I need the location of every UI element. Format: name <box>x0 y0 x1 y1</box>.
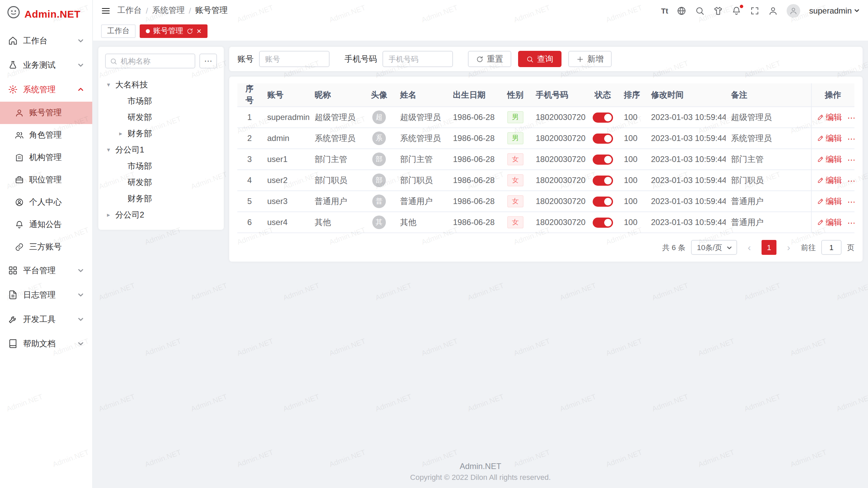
tab-account-management[interactable]: 账号管理 × <box>140 24 208 38</box>
topbar-actions: Tt superadmin <box>661 4 860 17</box>
user-avatar[interactable] <box>787 4 801 17</box>
tree-node-dept[interactable]: 市场部 <box>105 93 217 109</box>
notification-bell-icon[interactable] <box>732 6 742 15</box>
tree-node-company[interactable]: ▸分公司2 <box>105 207 217 223</box>
caret-down-icon[interactable]: ▾ <box>105 81 112 88</box>
add-button[interactable]: 新增 <box>568 51 612 67</box>
logo[interactable]: Admin.NET <box>0 0 92 27</box>
cell-avatar: 部 <box>363 170 395 191</box>
edit-button[interactable]: 编辑 <box>817 154 842 165</box>
edit-button[interactable]: 编辑 <box>817 133 842 144</box>
sidebar-item-personal-center[interactable]: 个人中心 <box>0 191 92 214</box>
goto-page-input[interactable] <box>821 240 842 255</box>
sidebar-item-help-docs[interactable]: 帮助文档 <box>0 331 92 356</box>
tree-node-dept[interactable]: 研发部 <box>105 109 217 125</box>
tree-node-company[interactable]: ▾分公司1 <box>105 142 217 158</box>
phone-filter-input[interactable] <box>382 51 453 67</box>
breadcrumb-item[interactable]: 系统管理 <box>152 5 185 16</box>
hamburger-menu-icon[interactable] <box>101 6 111 15</box>
tags-bar: 工作台 账号管理 × <box>93 21 868 41</box>
avatar: 部 <box>372 174 386 187</box>
status-toggle[interactable] <box>593 133 613 143</box>
gender-tag: 女 <box>507 153 524 165</box>
gear-icon <box>8 85 18 94</box>
sidebar-item-log-management[interactable]: 日志管理 <box>0 283 92 307</box>
account-filter-input[interactable] <box>259 51 330 67</box>
sidebar-item-account-management[interactable]: 账号管理 <box>0 102 92 124</box>
cell-name: 其他 <box>395 212 448 233</box>
close-icon[interactable]: × <box>197 27 201 35</box>
edit-button[interactable]: 编辑 <box>817 175 842 186</box>
sidebar-item-position-management[interactable]: 职位管理 <box>0 169 92 191</box>
status-toggle[interactable] <box>593 112 613 122</box>
cell-no: 1 <box>237 107 262 128</box>
pencil-icon <box>817 135 824 142</box>
search-icon[interactable] <box>695 6 705 15</box>
edit-button[interactable]: 编辑 <box>817 111 842 123</box>
tab-workbench[interactable]: 工作台 <box>101 24 136 38</box>
status-toggle[interactable] <box>593 196 613 206</box>
page-size-select[interactable]: 10条/页 <box>691 240 737 255</box>
tree-node-company[interactable]: ▾大名科技 <box>105 77 217 93</box>
globe-icon[interactable] <box>677 6 687 15</box>
gender-tag: 女 <box>507 216 524 228</box>
theme-icon[interactable] <box>714 6 723 15</box>
org-more-button[interactable]: ⋯ <box>199 54 217 68</box>
sidebar-item-third-party-account[interactable]: 三方账号 <box>0 236 92 258</box>
status-toggle[interactable] <box>593 175 613 185</box>
caret-right-icon[interactable]: ▸ <box>117 130 124 137</box>
sidebar-item-org-management[interactable]: 机构管理 <box>0 146 92 169</box>
sidebar-item-notice[interactable]: 通知公告 <box>0 214 92 236</box>
prev-page-button[interactable]: ‹ <box>743 240 756 255</box>
page-number-button[interactable]: 1 <box>762 240 776 255</box>
caret-right-icon[interactable]: ▸ <box>105 211 112 218</box>
row-more-button[interactable]: ⋯ <box>847 197 854 207</box>
cell-status <box>587 149 618 170</box>
sidebar-item-platform-management[interactable]: 平台管理 <box>0 258 92 283</box>
cell-status <box>587 212 618 233</box>
fullscreen-icon[interactable] <box>750 6 760 15</box>
caret-down-icon[interactable]: ▾ <box>105 146 112 153</box>
col-header-avatar: 头像 <box>363 83 395 107</box>
row-more-button[interactable]: ⋯ <box>847 155 854 165</box>
sidebar-item-role-management[interactable]: 角色管理 <box>0 124 92 146</box>
row-more-button[interactable]: ⋯ <box>847 113 854 123</box>
goto-label: 前往 <box>801 242 816 252</box>
sidebar-item-business-test[interactable]: 业务测试 <box>0 53 92 77</box>
tree-node-dept[interactable]: 研发部 <box>105 174 217 190</box>
next-page-button[interactable]: › <box>782 240 795 255</box>
edit-button[interactable]: 编辑 <box>817 196 842 207</box>
reset-button[interactable]: 重置 <box>468 51 511 67</box>
row-more-button[interactable]: ⋯ <box>847 134 854 144</box>
cell-nickname: 部门主管 <box>309 149 363 170</box>
row-more-button[interactable]: ⋯ <box>847 176 854 186</box>
tree-node-dept[interactable]: 财务部 <box>105 190 217 207</box>
org-search-input[interactable] <box>121 57 191 65</box>
account-filter-label: 账号 <box>237 53 254 65</box>
user-icon[interactable] <box>769 6 778 15</box>
org-search-field[interactable] <box>105 54 195 68</box>
edit-button[interactable]: 编辑 <box>817 217 842 228</box>
refresh-icon[interactable] <box>186 27 193 34</box>
cell-modify-time: 2023-01-03 10:59:44 <box>646 128 726 149</box>
cell-avatar: 系 <box>363 128 395 149</box>
sidebar-item-workbench[interactable]: 工作台 <box>0 28 92 53</box>
row-more-button[interactable]: ⋯ <box>847 218 854 228</box>
query-button[interactable]: 查询 <box>518 51 561 67</box>
username-menu[interactable]: superadmin <box>809 6 860 15</box>
user-icon <box>15 108 24 117</box>
cell-status <box>587 170 618 191</box>
cell-birthday: 1986-06-28 <box>448 107 500 128</box>
tree-node-dept[interactable]: 市场部 <box>105 158 217 174</box>
breadcrumb-item[interactable]: 工作台 <box>117 5 142 16</box>
cell-modify-time: 2023-01-03 10:59:44 <box>646 212 726 233</box>
sidebar-item-dev-tools[interactable]: 开发工具 <box>0 307 92 331</box>
cell-actions: 编辑⋯ <box>811 212 854 233</box>
status-toggle[interactable] <box>593 217 613 227</box>
sidebar-item-system-management[interactable]: 系统管理 <box>0 77 92 102</box>
breadcrumb: 工作台 / 系统管理 / 账号管理 <box>117 5 228 16</box>
table-row: 2 admin 系统管理员 系 系统管理员 1986-06-28 男 18020… <box>237 128 854 149</box>
tree-node-dept[interactable]: ▸财务部 <box>105 125 217 142</box>
status-toggle[interactable] <box>593 154 613 164</box>
font-size-icon[interactable]: Tt <box>661 6 668 15</box>
